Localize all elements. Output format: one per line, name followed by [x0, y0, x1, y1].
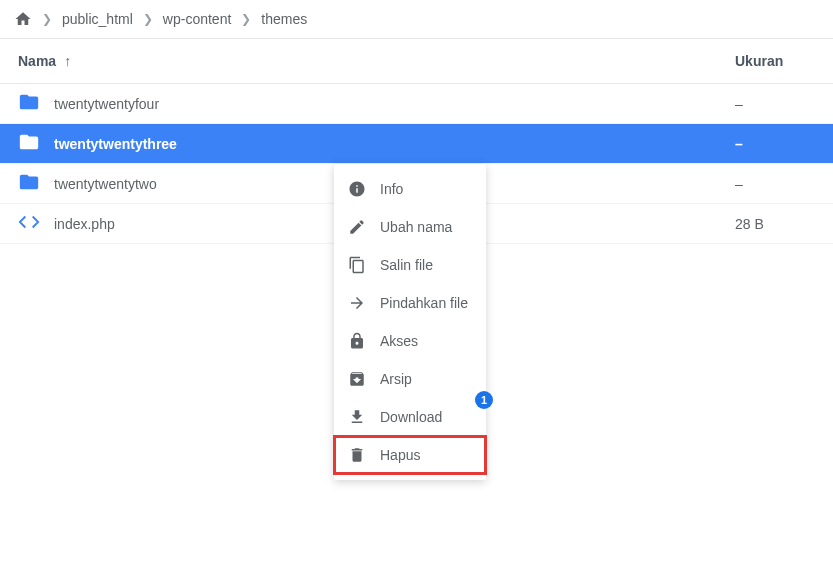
- menu-access[interactable]: Akses: [334, 322, 486, 360]
- breadcrumb-item[interactable]: public_html: [62, 11, 133, 27]
- file-size: –: [735, 176, 815, 192]
- download-badge: 1: [475, 391, 493, 409]
- breadcrumb-item[interactable]: themes: [261, 11, 307, 27]
- info-icon: [348, 180, 366, 198]
- column-header-size[interactable]: Ukuran: [735, 53, 815, 69]
- menu-info-label: Info: [380, 181, 403, 197]
- menu-delete[interactable]: Hapus: [334, 436, 486, 474]
- context-menu: Info Ubah nama Salin file Pindahkan file…: [334, 164, 486, 480]
- breadcrumb-item[interactable]: wp-content: [163, 11, 231, 27]
- file-size: –: [735, 96, 815, 112]
- menu-move-label: Pindahkan file: [380, 295, 468, 311]
- column-header-name[interactable]: Nama ↑: [18, 53, 735, 69]
- menu-copy[interactable]: Salin file: [334, 246, 486, 284]
- menu-download-label: Download: [380, 409, 442, 425]
- breadcrumb: ❯ public_html ❯ wp-content ❯ themes: [0, 0, 833, 39]
- menu-info[interactable]: Info: [334, 170, 486, 208]
- menu-download[interactable]: Download: [334, 398, 486, 436]
- arrow-up-icon: ↑: [64, 53, 71, 69]
- lock-icon: [348, 332, 366, 350]
- menu-access-label: Akses: [380, 333, 418, 349]
- menu-delete-label: Hapus: [380, 447, 420, 463]
- menu-archive[interactable]: Arsip: [334, 360, 486, 398]
- file-size: –: [735, 136, 815, 152]
- table-row[interactable]: twentytwentythree –: [0, 124, 833, 164]
- code-icon: [18, 211, 40, 236]
- table-header: Nama ↑ Ukuran: [0, 39, 833, 84]
- arrow-right-icon: [348, 294, 366, 312]
- menu-archive-label: Arsip: [380, 371, 412, 387]
- menu-rename-label: Ubah nama: [380, 219, 452, 235]
- file-size: 28 B: [735, 216, 815, 232]
- file-name: twentytwentythree: [54, 136, 177, 152]
- folder-icon: [18, 91, 40, 116]
- table-row[interactable]: twentytwentyfour –: [0, 84, 833, 124]
- home-icon[interactable]: [14, 10, 32, 28]
- edit-icon: [348, 218, 366, 236]
- archive-icon: [348, 370, 366, 388]
- download-icon: [348, 408, 366, 426]
- file-name: twentytwentytwo: [54, 176, 157, 192]
- chevron-right-icon: ❯: [42, 12, 52, 26]
- column-size-label: Ukuran: [735, 53, 783, 69]
- column-name-label: Nama: [18, 53, 56, 69]
- file-name: index.php: [54, 216, 115, 232]
- chevron-right-icon: ❯: [143, 12, 153, 26]
- menu-move[interactable]: Pindahkan file: [334, 284, 486, 322]
- chevron-right-icon: ❯: [241, 12, 251, 26]
- menu-copy-label: Salin file: [380, 257, 433, 273]
- folder-icon: [18, 131, 40, 156]
- trash-icon: [348, 446, 366, 464]
- menu-rename[interactable]: Ubah nama: [334, 208, 486, 246]
- file-name: twentytwentyfour: [54, 96, 159, 112]
- copy-icon: [348, 256, 366, 274]
- folder-icon: [18, 171, 40, 196]
